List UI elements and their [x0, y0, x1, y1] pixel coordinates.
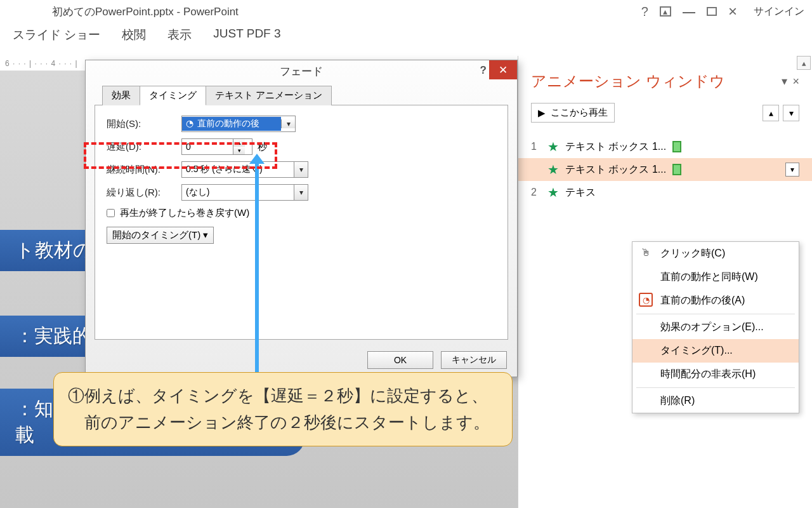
minimize-icon[interactable]: —	[683, 4, 695, 19]
delay-spinner[interactable]: ▴▾	[233, 139, 245, 154]
ctx-separator	[636, 314, 795, 314]
window-title: 初めてのPowerPoint.pptx - PowerPoint	[8, 4, 239, 19]
chevron-down-icon[interactable]	[294, 162, 308, 177]
dialog-titlebar[interactable]: フェード ? ✕	[86, 60, 517, 82]
dialog-title: フェード	[280, 64, 323, 79]
pane-close-icon[interactable]: ×	[792, 75, 799, 88]
signin-link[interactable]: サインイン	[754, 5, 804, 18]
help-icon[interactable]: ?	[641, 4, 648, 19]
ctx-on-click[interactable]: 🖱 クリック時(C)	[632, 242, 799, 265]
ctx-after-previous[interactable]: ◔ 直前の動作の後(A)	[632, 289, 799, 312]
anim-item-label: テキス	[565, 186, 596, 199]
dialog-tabs: 効果 タイミング テキスト アニメーション	[86, 86, 517, 105]
ribbon-display-icon[interactable]: ▴	[660, 6, 671, 17]
ribbon-tabs: スライド ショー 校閲 表示 JUST PDF 3	[0, 20, 812, 51]
repeat-value: (なし)	[186, 187, 209, 198]
spin-up-icon[interactable]: ▴	[233, 139, 245, 147]
anim-duration-bar	[672, 141, 681, 152]
animation-list: 1 ★ テキスト ボックス 1... ★ テキスト ボックス 1... ▾ 2 …	[518, 135, 812, 204]
anim-seq-number: 2	[531, 187, 541, 198]
spin-down-icon[interactable]: ▾	[233, 147, 245, 154]
close-icon[interactable]: ×	[728, 3, 737, 20]
move-down-button[interactable]: ▾	[783, 105, 799, 121]
annotation-arrow	[255, 163, 259, 373]
repeat-dropdown[interactable]: (なし)	[181, 184, 308, 201]
ctx-timing[interactable]: タイミング(T)...	[632, 339, 799, 363]
start-value: 直前の動作の後	[197, 118, 259, 128]
clock-icon: ◔	[639, 293, 653, 307]
dialog-close-button[interactable]: ✕	[489, 60, 517, 79]
vertical-scrollbar[interactable]: ▴	[797, 56, 811, 70]
anim-item-label: テキスト ボックス 1...	[565, 140, 666, 154]
tab-effect[interactable]: 効果	[102, 86, 140, 105]
tab-timing[interactable]: タイミング	[140, 86, 206, 105]
anim-context-menu: 🖱 クリック時(C) 直前の動作と同時(W) ◔ 直前の動作の後(A) 効果のオ…	[632, 241, 799, 413]
anim-item-2[interactable]: ★ テキスト ボックス 1... ▾	[518, 158, 812, 181]
mouse-icon: 🖱	[639, 246, 653, 260]
pane-title: アニメーション ウィンドウ	[531, 71, 725, 91]
chevron-down-icon[interactable]	[294, 185, 308, 200]
ctx-separator	[636, 387, 795, 388]
tab-text-animation[interactable]: テキスト アニメーション	[206, 86, 332, 105]
anim-item-label: テキスト ボックス 1...	[565, 163, 666, 177]
play-icon: ▶	[538, 107, 546, 119]
dialog-body: 開始(S): ◔直前の動作の後 遅延(D): ▴▾ 秒 継続時間(N): 0.5…	[95, 105, 508, 340]
ctx-delete[interactable]: 削除(R)	[632, 389, 799, 413]
anim-item-3[interactable]: 2 ★ テキス	[518, 181, 812, 204]
tab-view[interactable]: 表示	[167, 27, 192, 43]
duration-label: 継続時間(N):	[107, 164, 181, 176]
tab-slideshow[interactable]: スライド ショー	[13, 27, 100, 43]
scroll-up-icon[interactable]: ▴	[797, 56, 811, 70]
ctx-hide-advanced-timeline[interactable]: 時間配分の非表示(H)	[632, 363, 799, 386]
delay-field[interactable]	[182, 142, 233, 152]
callout-line-2: 前のアニメーション終了の２秒後にスタートします。	[68, 410, 498, 436]
restore-icon[interactable]	[707, 7, 717, 16]
anim-seq-number: 1	[531, 141, 541, 152]
anim-item-menu-button[interactable]: ▾	[785, 163, 799, 177]
duration-dropdown[interactable]: 0.5 秒 (さらに速く)	[181, 161, 308, 178]
duration-value: 0.5 秒 (さらに速く)	[186, 164, 263, 175]
star-icon: ★	[547, 139, 559, 154]
repeat-label: 繰り返し(R):	[107, 187, 181, 199]
anim-item-1[interactable]: 1 ★ テキスト ボックス 1...	[518, 135, 812, 158]
star-icon: ★	[547, 185, 559, 200]
rewind-checkbox[interactable]	[107, 209, 115, 217]
pane-options-icon[interactable]: ▾	[782, 74, 787, 88]
start-label: 開始(S):	[107, 118, 181, 130]
chevron-down-icon[interactable]	[281, 119, 295, 128]
start-dropdown[interactable]: ◔直前の動作の後	[181, 116, 296, 132]
ok-button[interactable]: OK	[367, 351, 433, 369]
play-from-here-button[interactable]: ▶ ここから再生	[531, 103, 615, 123]
star-icon: ★	[547, 162, 559, 177]
rewind-checkbox-row: 再生が終了したら巻き戻す(W)	[107, 207, 496, 219]
ctx-effect-options[interactable]: 効果のオプション(E)...	[632, 316, 799, 339]
tab-review[interactable]: 校閲	[122, 27, 146, 43]
delay-input[interactable]: ▴▾	[181, 138, 252, 155]
anim-duration-bar	[672, 164, 681, 175]
ctx-with-previous[interactable]: 直前の動作と同時(W)	[632, 265, 799, 289]
move-up-button[interactable]: ▴	[763, 105, 779, 121]
annotation-callout: ①例えば、タイミングを【遅延＝２秒】に設定すると、 前のアニメーション終了の２秒…	[53, 372, 513, 446]
delay-label: 遅延(D):	[107, 141, 181, 153]
animation-pane: ▴ アニメーション ウィンドウ ▾ × ▶ ここから再生 ▴ ▾ 1 ★ テキス…	[518, 56, 812, 508]
start-timing-button[interactable]: 開始のタイミング(T) ▾	[107, 227, 214, 244]
dialog-help-icon[interactable]: ?	[480, 64, 487, 77]
tab-justpdf[interactable]: JUST PDF 3	[213, 27, 280, 43]
cancel-button[interactable]: キャンセル	[441, 351, 507, 369]
title-bar: 初めてのPowerPoint.pptx - PowerPoint ? ▴ — ×…	[0, 0, 812, 20]
clock-icon: ◔	[186, 118, 193, 128]
callout-line-1: ①例えば、タイミングを【遅延＝２秒】に設定すると、	[68, 383, 498, 410]
delay-unit: 秒	[258, 141, 267, 153]
rewind-label: 再生が終了したら巻き戻す(W)	[120, 207, 249, 219]
window-controls: ? ▴ — × サインイン	[641, 3, 804, 20]
fade-dialog: フェード ? ✕ 効果 タイミング テキスト アニメーション 開始(S): ◔直…	[85, 60, 518, 377]
play-label: ここから再生	[551, 107, 608, 119]
